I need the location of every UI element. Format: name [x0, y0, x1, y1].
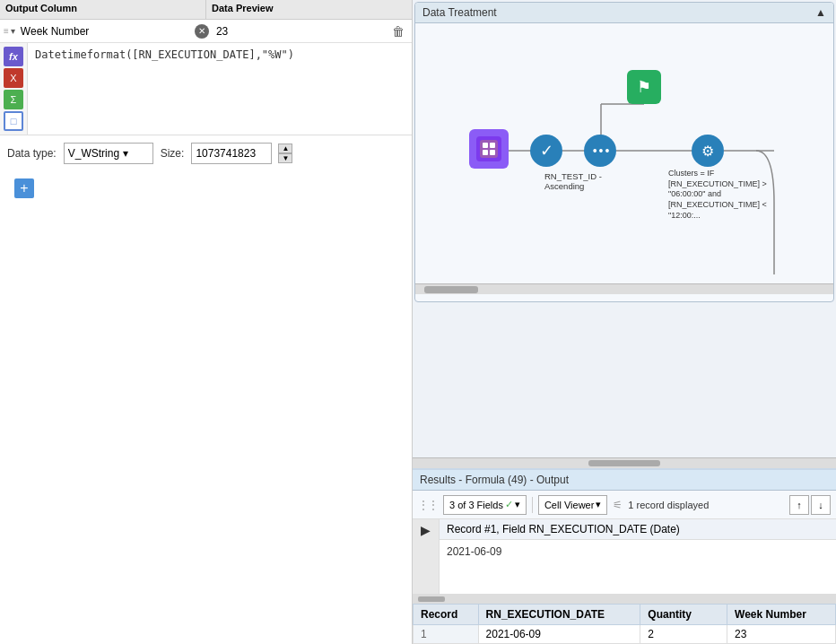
dt-collapse-icon[interactable]: ▲	[815, 6, 826, 19]
record-viewer: ▶ Record #1, Field RN_EXECUTION_DATE (Da…	[413, 519, 836, 595]
record-count: 1 record displayed	[628, 500, 709, 510]
filter-icon: ⚟	[613, 499, 623, 511]
fields-check-icon: ✓	[505, 499, 513, 510]
size-input[interactable]	[191, 143, 272, 164]
table-row: 1 2021-06-09 2 23	[414, 625, 836, 644]
table-header-row: Record RN_EXECUTION_DATE Quantity Week N…	[414, 605, 836, 625]
cluster-label: Clusters = IF [RN_EXECUTION_TIME] > "06:…	[668, 169, 776, 221]
data-preview-header: Data Preview	[206, 0, 412, 19]
canvas-scrollbar[interactable]	[415, 283, 833, 294]
bottom-scrollbar-thumb[interactable]	[418, 596, 445, 602]
output-column-header: Output Column	[0, 0, 206, 19]
dots-node[interactable]: •••	[584, 135, 616, 167]
col-week-header: Week Number	[727, 605, 836, 625]
formula-text: Datetimeformat([RN_EXECUTION_DATE],"%W")	[28, 43, 412, 135]
size-label: Size:	[161, 147, 185, 160]
column-headers: Output Column Data Preview	[0, 0, 412, 20]
nav-up-button[interactable]: ↑	[789, 495, 809, 515]
bottom-scroll[interactable]	[413, 595, 836, 604]
data-type-label: Data type:	[7, 147, 57, 160]
cell-date: 2021-06-09	[478, 625, 640, 644]
nav-buttons: ↑ ↓	[789, 495, 831, 515]
col-record-header: Record	[414, 605, 479, 625]
side-toolbar: fx X Σ □	[0, 43, 28, 135]
drag-handle-icon[interactable]: ≡	[4, 26, 9, 36]
record-content: Record #1, Field RN_EXECUTION_DATE (Date…	[440, 519, 836, 594]
data-type-row: Data type: V_WString ▾ Size: ▲ ▼	[0, 135, 412, 171]
data-type-value: V_WString	[68, 147, 119, 160]
fx-icon[interactable]: fx	[4, 47, 23, 66]
cell-qty: 2	[640, 625, 727, 644]
row-icons: ≡ ▾	[4, 26, 15, 36]
cell-record: 1	[414, 625, 479, 644]
drag-dots-icon: ⋮⋮	[418, 499, 438, 511]
spinner-down[interactable]: ▼	[278, 153, 292, 163]
cell-viewer-button[interactable]: Cell Viewer ▾	[538, 495, 607, 515]
record-value: 2021-06-09	[440, 540, 836, 594]
cell-week: 23	[727, 625, 836, 644]
col-date-header: RN_EXECUTION_DATE	[478, 605, 640, 625]
add-button[interactable]: +	[14, 178, 34, 198]
results-panel: Results - Formula (49) - Output ⋮⋮ 3 of …	[413, 468, 836, 644]
h-scrollbar-thumb[interactable]	[588, 460, 660, 466]
col-qty-header: Quantity	[640, 605, 727, 625]
field-row: ≡ ▾ Week Number ✕ 23 🗑	[0, 20, 412, 43]
add-row: +	[0, 171, 412, 205]
canvas-area: Data Treatment ▲	[413, 0, 836, 457]
fields-label: 3 of 3 Fields	[449, 500, 503, 510]
formula-section: fx X Σ □ Datetimeformat([RN_EXECUTION_DA…	[0, 43, 412, 135]
record-header: Record #1, Field RN_EXECUTION_DATE (Date…	[440, 519, 836, 540]
scrollbar-thumb[interactable]	[424, 286, 478, 293]
data-treatment-box: Data Treatment ▲	[414, 2, 834, 302]
right-panel: Data Treatment ▲	[413, 0, 836, 644]
data-type-select[interactable]: V_WString ▾	[64, 143, 153, 164]
workflow-area: ✓ ••• ⚙ ⚑ RN_TEST_ID - Ascending Cluster…	[415, 23, 833, 283]
separator1	[532, 497, 533, 513]
fields-dropdown-icon: ▾	[515, 499, 520, 510]
size-spinner: ▲ ▼	[278, 144, 292, 163]
data-table-container: Record RN_EXECUTION_DATE Quantity Week N…	[413, 604, 836, 644]
data-table: Record RN_EXECUTION_DATE Quantity Week N…	[413, 604, 836, 644]
filter-node[interactable]: ⚙	[692, 135, 724, 167]
nav-down-button[interactable]: ↓	[811, 495, 831, 515]
view-mode-icon[interactable]: ▶	[413, 519, 440, 594]
sort-label: RN_TEST_ID - Ascending	[544, 171, 602, 191]
fields-button[interactable]: 3 of 3 Fields ✓ ▾	[443, 495, 527, 515]
dt-title: Data Treatment	[422, 6, 497, 19]
clear-button[interactable]: ✕	[195, 24, 209, 39]
green-node[interactable]: ⚑	[627, 70, 661, 104]
dt-title-bar: Data Treatment ▲	[415, 3, 833, 23]
box-icon[interactable]: □	[4, 111, 23, 131]
h-scroll-area[interactable]	[413, 457, 836, 468]
formula-node[interactable]	[469, 129, 509, 169]
left-panel: Output Column Data Preview ≡ ▾ Week Numb…	[0, 0, 413, 644]
cell-viewer-label: Cell Viewer	[544, 500, 594, 510]
field-value: 23	[213, 25, 388, 38]
results-toolbar: ⋮⋮ 3 of 3 Fields ✓ ▾ Cell Viewer ▾ ⚟ 1 r…	[413, 491, 836, 519]
check-node[interactable]: ✓	[530, 135, 562, 167]
spinner-up[interactable]: ▲	[278, 144, 292, 153]
sigma-icon[interactable]: Σ	[4, 90, 23, 109]
x-icon[interactable]: X	[4, 68, 23, 88]
field-name: Week Number	[15, 25, 195, 38]
delete-button[interactable]: 🗑	[388, 24, 408, 39]
data-type-dropdown-icon: ▾	[123, 147, 128, 160]
cell-viewer-dropdown-icon: ▾	[596, 499, 601, 510]
results-header: Results - Formula (49) - Output	[413, 470, 836, 491]
